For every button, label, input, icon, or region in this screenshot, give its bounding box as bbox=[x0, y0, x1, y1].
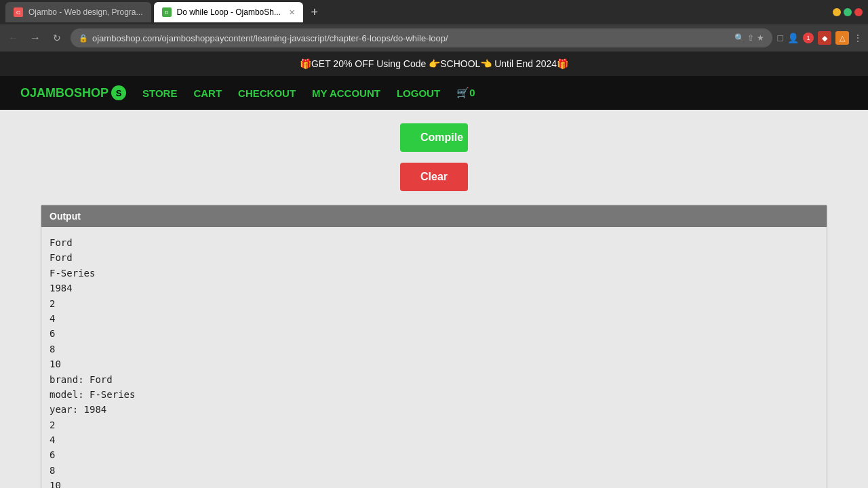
output-header: Output bbox=[41, 205, 827, 227]
address-text: ojamboshop.com/ojamboshoppaycontent/lear… bbox=[92, 33, 730, 43]
lock-icon: 🔒 bbox=[79, 34, 88, 43]
address-bar[interactable]: 🔒 ojamboshop.com/ojamboshoppaycontent/le… bbox=[71, 28, 772, 47]
share-icon[interactable]: ⇧ bbox=[747, 33, 754, 43]
ext-red-icon[interactable]: ◆ bbox=[818, 31, 831, 45]
browser-right-icons: □ 👤 1 ◆ △ ⋮ bbox=[778, 31, 863, 45]
clear-button[interactable]: Clear bbox=[400, 163, 468, 191]
cart-emoji: 🛒0 bbox=[456, 87, 475, 99]
forward-button[interactable]: → bbox=[27, 30, 43, 46]
output-text: Ford Ford F-Series 1984 2 4 6 8 10 brand… bbox=[50, 235, 818, 488]
nav-checkout[interactable]: CHECKOUT bbox=[238, 87, 296, 99]
nav-bar: OJAMBOSHOP S STORE CART CHECKOUT MY ACCO… bbox=[0, 76, 868, 110]
notification-badge: 1 bbox=[803, 33, 814, 43]
ext-orange-icon[interactable]: △ bbox=[835, 31, 849, 45]
output-container: Output Ford Ford F-Series 1984 2 4 6 8 1… bbox=[41, 205, 827, 488]
maximize-button[interactable] bbox=[844, 8, 852, 16]
tab2-close-icon[interactable]: ✕ bbox=[289, 8, 295, 17]
close-button[interactable] bbox=[854, 8, 863, 16]
compile-button[interactable]: Compile bbox=[400, 123, 468, 152]
site-wrapper: 🎁GET 20% OFF Using Code 👉SCHOOL👈 Until E… bbox=[0, 52, 868, 488]
profile-icon[interactable]: 👤 bbox=[787, 33, 799, 43]
nav-logo[interactable]: OJAMBOSHOP S bbox=[20, 85, 126, 100]
nav-cart-icon[interactable]: 🛒0 bbox=[456, 87, 475, 99]
nav-my-account[interactable]: MY ACCOUNT bbox=[312, 87, 380, 99]
output-body: Ford Ford F-Series 1984 2 4 6 8 10 brand… bbox=[41, 227, 827, 488]
logo-text: OJAMBOSHOP bbox=[20, 86, 108, 100]
tab1-favicon: O bbox=[14, 7, 23, 17]
browser-chrome: O Ojambo - Web design, Progra... D Do wh… bbox=[0, 0, 868, 52]
new-tab-button[interactable]: + bbox=[306, 5, 324, 20]
tab2-favicon: D bbox=[162, 7, 172, 17]
tab1-label: Ojambo - Web design, Progra... bbox=[28, 7, 143, 17]
nav-logout[interactable]: LOGOUT bbox=[397, 87, 440, 99]
nav-store[interactable]: STORE bbox=[142, 87, 177, 99]
promo-bar: 🎁GET 20% OFF Using Code 👉SCHOOL👈 Until E… bbox=[0, 52, 868, 76]
settings-icon[interactable]: ⋮ bbox=[853, 33, 863, 43]
minimize-button[interactable] bbox=[833, 8, 841, 16]
promo-text: 🎁GET 20% OFF Using Code 👉SCHOOL👈 Until E… bbox=[300, 58, 568, 69]
tab-1[interactable]: O Ojambo - Web design, Progra... bbox=[5, 2, 151, 22]
back-button[interactable]: ← bbox=[5, 30, 22, 46]
main-content: Compile Clear Output Ford Ford F-Series … bbox=[0, 110, 868, 488]
bookmark-icon[interactable]: ★ bbox=[757, 33, 764, 43]
tab-bar: O Ojambo - Web design, Progra... D Do wh… bbox=[0, 0, 868, 24]
nav-cart[interactable]: CART bbox=[193, 87, 222, 99]
refresh-button[interactable]: ↻ bbox=[49, 30, 65, 46]
address-bar-icons: 🔍 ⇧ ★ bbox=[734, 33, 764, 43]
address-bar-row: ← → ↻ 🔒 ojamboshop.com/ojamboshoppaycont… bbox=[0, 24, 868, 52]
search-icon[interactable]: 🔍 bbox=[734, 33, 745, 43]
tab2-label: Do while Loop - OjamboSh... bbox=[177, 7, 281, 17]
extensions-icon[interactable]: □ bbox=[778, 33, 783, 43]
tab-2[interactable]: D Do while Loop - OjamboSh... ✕ bbox=[154, 2, 303, 22]
window-controls bbox=[833, 8, 863, 16]
logo-icon: S bbox=[111, 85, 126, 100]
